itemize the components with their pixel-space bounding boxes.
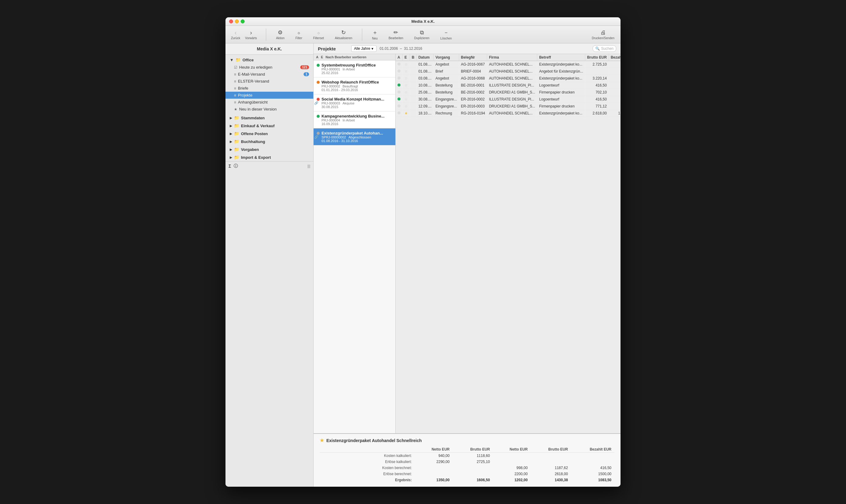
project-date: 30.08.2015 — [322, 105, 384, 109]
summary-netto1 — [415, 465, 452, 471]
sidebar-footer: Σ ⓘ ||| — [225, 161, 313, 170]
th-e: E — [403, 54, 410, 61]
main-window: Media X e.K. ‹ Zurück › Vorwärts ⚙ Aktio… — [225, 17, 621, 487]
sidebar-category-offene-posten[interactable]: ▶ 📁 Offene Posten — [225, 130, 313, 138]
project-item[interactable]: Kampagnenentwicklung Busine... PRJ-00000… — [314, 111, 395, 128]
th-firma: Firma — [487, 54, 537, 61]
td-b — [410, 68, 417, 75]
table-row[interactable]: ☆ 25.08.... Bestellung BE-2016-0002 DRUC… — [396, 89, 621, 96]
sidebar-item-anhang[interactable]: ≡ Anhangübersicht — [225, 99, 313, 106]
content-header: Projekte Alle Jahre ▼ 01.01.2006 – 31.12… — [314, 43, 621, 54]
minimize-button[interactable] — [235, 19, 239, 23]
summary-brutto2 — [531, 453, 571, 459]
project-date: 25.02.2016 — [322, 71, 376, 75]
sidebar-item-projekte[interactable]: ≡ Projekte — [225, 92, 313, 99]
td-b — [410, 61, 417, 68]
table-row[interactable]: ☆ 30.08.... Eingangsre... ER-2016-0002 I… — [396, 96, 621, 103]
table-row[interactable]: ☆ 12.09.... Eingangsre... ER-2016-0003 D… — [396, 103, 621, 110]
info-icon[interactable]: ⓘ — [234, 163, 238, 169]
td-e[interactable]: ☆ — [403, 103, 410, 110]
td-e[interactable]: ☆ — [403, 75, 410, 82]
new-button[interactable]: ＋ Neu — [369, 28, 380, 41]
td-datum: 18.10.... — [416, 110, 433, 117]
back-button[interactable]: ‹ Zurück — [229, 29, 242, 40]
td-belegnr: BE-2016-0001 — [459, 82, 487, 89]
td-e[interactable]: ☆ — [403, 82, 410, 89]
close-button[interactable] — [229, 19, 233, 23]
filterset-button[interactable]: ⬦ Filterset — [311, 28, 327, 41]
td-a — [396, 82, 403, 89]
table-row[interactable]: ☆ 01.08.... Angebot AG-2016-0067 AUTOHAN… — [396, 61, 621, 68]
summary-label: Ergebnis: — [320, 477, 415, 483]
delete-button[interactable]: － Löschen — [438, 28, 454, 41]
list-icon: ≡ — [234, 72, 236, 76]
year-select-dropdown[interactable]: Alle Jahre ▼ — [351, 45, 377, 52]
project-status: Akquise — [343, 102, 354, 105]
summary-row: Ergebnis: 1350,00 1606,50 1202,00 1430,3… — [320, 477, 615, 483]
project-row: Systembetreuung FirstOffice PRJ-000001 I… — [317, 63, 392, 75]
summary-row: Erlöse berechnet: 2200,00 2618,00 1500,0… — [320, 471, 615, 477]
sidebar-item-neu-version[interactable]: ★ Neu in dieser Version — [225, 106, 313, 113]
duplicate-button[interactable]: ⧉ Duplizieren — [412, 28, 432, 41]
edit-button[interactable]: ✏ Bearbeiten — [386, 28, 406, 41]
sum-icon[interactable]: Σ — [228, 164, 231, 168]
td-e[interactable]: ☆ — [403, 96, 410, 103]
sort-label[interactable]: Nach Bearbeiter sortieren — [326, 55, 366, 59]
sidebar-category-import-und-export[interactable]: ▶ 📁 Import & Export — [225, 153, 313, 161]
sidebar-category-einkauf-und-verkauf[interactable]: ▶ 📁 Einkauf & Verkauf — [225, 122, 313, 130]
search-box[interactable]: 🔍 Suchen — [592, 45, 616, 52]
fullscreen-button[interactable] — [241, 19, 245, 23]
folder-icon-cat: 📁 — [234, 139, 239, 144]
action-button[interactable]: ⚙ Aktion — [274, 28, 287, 41]
td-datum: 12.09.... — [416, 103, 433, 110]
td-betreff: Existenzgründerpaket ko... — [537, 110, 585, 117]
status-dot — [317, 115, 320, 118]
content-wrapper: A E Nach Bearbeiter sortieren Systembetr… — [314, 54, 621, 487]
project-id: PRJ-000004 — [322, 119, 340, 122]
sidebar-category-office[interactable]: ▼ 📁 Office — [225, 56, 313, 64]
list-icon-4: ≡ — [234, 93, 236, 97]
sidebar-category-stammdaten[interactable]: ▶ 📁 Stammdaten — [225, 114, 313, 122]
nav-group: ‹ Zurück › Vorwärts — [229, 29, 259, 40]
sidebar-category-buchhaltung[interactable]: ▶ 📁 Buchhaltung — [225, 138, 313, 145]
td-brutto: 771,12 — [585, 103, 609, 110]
folder-icon-cat: 📁 — [234, 131, 239, 136]
refresh-button[interactable]: ↻ Aktualisieren — [332, 28, 355, 41]
td-e[interactable]: ★ — [403, 110, 410, 117]
project-item[interactable]: Webshop Relaunch FirstOffice PRJ-000002 … — [314, 77, 395, 94]
project-row: Webshop Relaunch FirstOffice PRJ-000002 … — [317, 80, 392, 92]
star-icon-sidebar: ★ — [234, 107, 237, 111]
sidebar-item-email-versand[interactable]: ≡ E-Mail-Versand 1 — [225, 71, 313, 78]
td-e[interactable]: ☆ — [403, 61, 410, 68]
project-id: PRJ-000003 — [322, 102, 340, 105]
table-row[interactable]: ☆ 01.08.... Brief BRIEF-0004 AUTOHANDEL … — [396, 68, 621, 75]
sidebar-item-briefe[interactable]: ≡ Briefe — [225, 85, 313, 92]
td-e[interactable]: ☆ — [403, 68, 410, 75]
filter-button[interactable]: ⬦ Filter — [293, 28, 305, 41]
forward-button[interactable]: › Vorwärts — [243, 29, 259, 40]
filterset-icon: ⬦ — [317, 30, 320, 36]
filter-icon: ⬦ — [297, 30, 300, 36]
sidebar-category-vorgaben[interactable]: ▶ 📁 Vorgaben — [225, 145, 313, 153]
summary-bezahlt: 1083,50 — [571, 477, 615, 483]
project-item[interactable]: 🔗 Existenzgründerpaket Autohan... SPRJ-0… — [314, 128, 395, 145]
td-e[interactable]: ☆ — [403, 89, 410, 96]
summary-label: Kosten kalkuliert: — [320, 453, 415, 459]
sidebar-item-heute[interactable]: ☑ Heute zu erledigen 121 — [225, 64, 313, 71]
table-row[interactable]: ☆ 10.08.... Bestellung BE-2016-0001 ILLU… — [396, 82, 621, 89]
content-area: Projekte Alle Jahre ▼ 01.01.2006 – 31.12… — [314, 43, 621, 487]
sidebar-item-elster-versand[interactable]: ≡ ELSTER-Versand — [225, 78, 313, 85]
summary-row: Erlöse kalkuliert: 2290,00 2725,10 — [320, 459, 615, 465]
summary-netto1: 2290,00 — [415, 459, 452, 465]
td-b — [410, 96, 417, 103]
td-bezahlt: 0,00 — [609, 89, 621, 96]
table-row[interactable]: ★ 18.10.... Rechnung RG-2016-0194 AUTOHA… — [396, 110, 621, 117]
row-dot — [397, 76, 400, 79]
project-item[interactable]: 🔗 Social Media Konzept Holtzman... PRJ-0… — [314, 94, 395, 111]
td-vorgang: Bestellung — [434, 89, 459, 96]
project-item[interactable]: Systembetreuung FirstOffice PRJ-000001 I… — [314, 60, 395, 77]
print-button[interactable]: 🖨 Drucken/Senden — [589, 28, 617, 41]
table-row[interactable]: ☆ 03.08.... Angebot AG-2016-0068 AUTOHAN… — [396, 75, 621, 82]
project-date: 01.01.2016 - 29.03.2016 — [322, 88, 379, 92]
project-meta: SPRJ-00000002 Abgeschlossen — [322, 136, 383, 139]
